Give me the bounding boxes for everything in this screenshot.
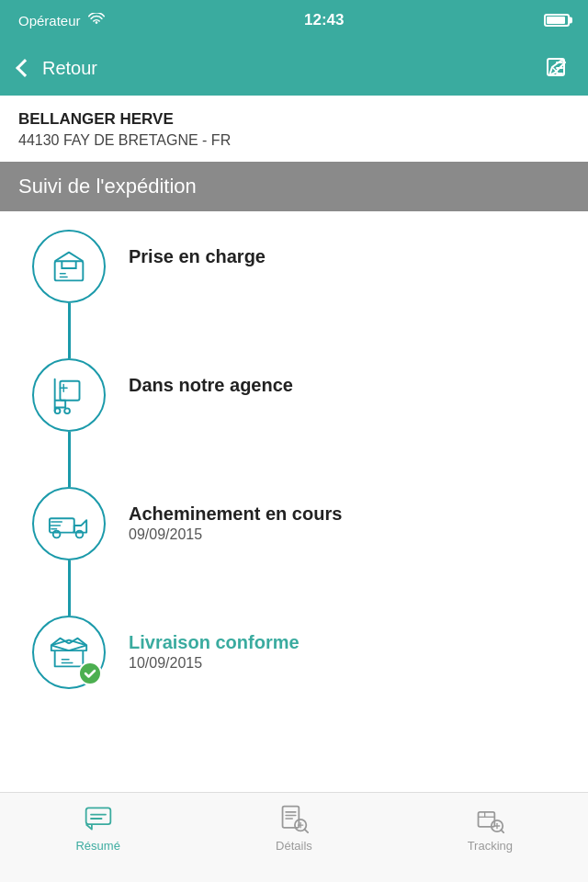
edit-button[interactable]: [544, 55, 570, 81]
step4-title: Livraison conforme: [129, 632, 570, 653]
step-dans-agence: Dans notre agence: [28, 358, 570, 487]
checkmark-badge: [78, 662, 102, 685]
step3-date: 09/09/2015: [129, 526, 570, 543]
details-tab-label: Détails: [276, 839, 312, 853]
back-button[interactable]: Retour: [18, 58, 97, 79]
step-livraison: Livraison conforme 10/09/2015: [28, 616, 570, 689]
tab-tracking[interactable]: Tracking: [392, 802, 588, 853]
resume-icon: [84, 804, 113, 833]
svg-point-4: [64, 408, 70, 413]
tab-resume[interactable]: Résumé: [0, 802, 196, 853]
status-bar-left: Opérateur: [18, 13, 105, 28]
tracking-icon: [475, 804, 504, 833]
time-label: 12:43: [304, 11, 344, 29]
step3-line: [68, 560, 71, 616]
customer-name: BELLANGER HERVE: [18, 110, 570, 129]
step3-left: [28, 487, 110, 616]
checkmark-icon: [84, 667, 96, 680]
section-header: Suivi de l'expédition: [0, 162, 588, 211]
resume-tab-label: Résumé: [75, 839, 119, 853]
step-prise-en-charge: Prise en charge: [28, 230, 570, 358]
step3-content: Acheminement en cours 09/09/2015: [110, 487, 570, 543]
svg-rect-9: [283, 807, 300, 828]
section-title: Suivi de l'expédition: [18, 175, 197, 198]
details-tab-icon: [277, 802, 311, 835]
step3-icon: [32, 487, 106, 560]
header: Retour: [0, 40, 588, 96]
customer-info: BELLANGER HERVE 44130 FAY DE BRETAGNE - …: [0, 96, 588, 162]
status-bar: Opérateur 12:43: [0, 0, 588, 40]
tracking-steps: Prise en charge Dans notre: [0, 211, 588, 698]
step1-icon: [32, 230, 106, 303]
step1-line: [68, 303, 71, 358]
customer-address: 44130 FAY DE BRETAGNE - FR: [18, 132, 570, 149]
box-icon: [48, 245, 90, 288]
step4-content: Livraison conforme 10/09/2015: [110, 616, 570, 672]
edit-pencil-icon: [544, 55, 570, 81]
step4-icon: [32, 616, 106, 689]
step2-line: [68, 432, 71, 487]
step-acheminement: Acheminement en cours 09/09/2015: [28, 487, 570, 616]
step2-left: [28, 358, 110, 487]
step4-left: [28, 616, 110, 689]
wifi-icon: [88, 13, 105, 28]
trolley-icon: [48, 374, 90, 416]
svg-rect-8: [85, 808, 110, 824]
step4-date: 10/09/2015: [129, 655, 570, 672]
svg-rect-1: [55, 261, 84, 280]
back-label: Retour: [42, 58, 97, 79]
resume-tab-icon: [82, 802, 115, 835]
truck-icon: [48, 503, 90, 545]
step2-title: Dans notre agence: [129, 375, 570, 396]
chevron-left-icon: [16, 59, 34, 77]
tracking-tab-label: Tracking: [468, 839, 513, 853]
step1-title: Prise en charge: [129, 246, 570, 267]
step1-left: [28, 230, 110, 358]
step1-content: Prise en charge: [110, 230, 570, 269]
tracking-tab-icon: [473, 802, 506, 835]
operator-label: Opérateur: [18, 13, 81, 28]
step2-icon: [32, 358, 106, 432]
battery-icon: [544, 14, 570, 27]
svg-point-3: [55, 408, 61, 413]
step3-title: Acheminement en cours: [129, 503, 570, 525]
details-icon: [279, 804, 309, 833]
tab-bar: Résumé Détails: [0, 792, 588, 882]
tab-details[interactable]: Détails: [196, 802, 391, 853]
step2-content: Dans notre agence: [110, 358, 570, 398]
